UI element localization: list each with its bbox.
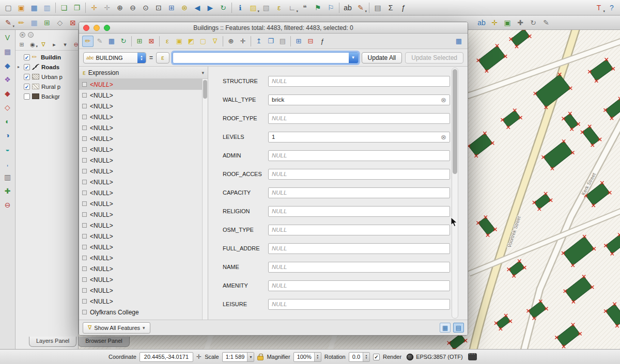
messages-icon[interactable] <box>468 353 477 360</box>
add-spatialite-layer-icon[interactable]: ❖ <box>2 73 14 86</box>
add-group-icon[interactable]: ⊞ <box>17 40 27 49</box>
scrollbar-thumb[interactable] <box>453 69 457 174</box>
magnifier-spin[interactable]: 100% ▲▼ <box>293 352 321 362</box>
composer-manager-icon[interactable]: ❐ <box>71 2 83 14</box>
collapse-all-icon[interactable]: ▾ <box>60 40 70 49</box>
layer-visibility-checkbox[interactable] <box>24 93 30 100</box>
label-highlight-icon[interactable]: ▣ <box>501 17 514 29</box>
lock-scale-icon[interactable] <box>257 356 264 360</box>
feature-list-item[interactable]: <NULL> <box>79 285 208 296</box>
labeling-icon[interactable]: ab <box>342 2 354 14</box>
field-input-structure[interactable]: NULL <box>268 76 450 87</box>
delete-selected-icon[interactable]: ⊠ <box>67 17 79 29</box>
expression-builder-button[interactable]: ε <box>156 52 169 64</box>
feature-list-item[interactable]: <NULL> <box>79 231 208 242</box>
field-input-roof_acces[interactable]: NULL <box>268 169 450 180</box>
rotate-label-icon[interactable]: ↻ <box>527 17 539 29</box>
update-all-button[interactable]: Update All <box>362 52 402 64</box>
feature-list-item[interactable]: <NULL> <box>79 274 208 285</box>
zoom-to-selection-icon[interactable]: ⊕ <box>225 36 237 47</box>
measure-icon[interactable]: ∟▾ <box>286 2 298 14</box>
add-feature-icon[interactable]: ⊞ <box>41 17 53 29</box>
multi-edit-icon[interactable]: ✎ <box>94 36 105 47</box>
node-tool-icon[interactable]: ◇ <box>54 17 66 29</box>
add-oracle-layer-icon[interactable]: ◇ <box>2 101 14 114</box>
add-wcs-layer-icon[interactable]: ◑ <box>2 129 14 141</box>
tab-browser-panel[interactable]: Browser Panel <box>78 337 130 347</box>
field-input-levels[interactable]: 1⊗ <box>268 132 450 143</box>
field-input-leisure[interactable]: NULL <box>268 299 450 310</box>
filter-legend-icon[interactable]: ∇ <box>38 40 49 49</box>
pan-to-selection-icon[interactable]: ✛ <box>101 2 113 14</box>
stepper-icon[interactable]: ▲▼ <box>363 353 369 361</box>
field-input-capacity[interactable]: NULL <box>268 187 450 198</box>
feature-list-item[interactable]: <NULL> <box>79 101 208 112</box>
add-vector-layer-icon[interactable]: V <box>2 31 14 44</box>
feature-list-item[interactable]: <NULL> <box>79 122 208 133</box>
add-virtual-layer-icon[interactable]: ▥ <box>2 171 14 183</box>
field-selector[interactable]: abc BUILDING ▲▼ <box>83 52 146 64</box>
remove-layer-icon[interactable]: ⊖ <box>2 199 14 211</box>
feature-list-item[interactable]: <NULL> <box>79 209 208 220</box>
feature-list-item[interactable]: <NULL> <box>79 177 208 187</box>
close-button[interactable] <box>83 25 89 31</box>
reload-table-icon[interactable]: ↻ <box>118 36 129 47</box>
coordinate-input[interactable]: 20.4455,-34.0171 <box>140 352 193 362</box>
delete-field-icon[interactable]: ⊟ <box>305 36 316 47</box>
add-mssql-layer-icon[interactable]: ◆ <box>2 87 14 100</box>
feature-list-item[interactable]: Olyfkrans College <box>79 307 208 318</box>
feature-list-item[interactable]: <NULL> <box>79 198 208 209</box>
feature-list-item[interactable]: <NULL> <box>79 90 208 101</box>
map-tips-icon[interactable]: ❝ <box>299 2 311 14</box>
toggle-editing-icon[interactable]: ✏ <box>15 17 27 29</box>
minimize-button[interactable] <box>94 25 100 31</box>
expression-dropdown-icon[interactable]: ▼ <box>349 53 358 63</box>
manage-visibility-icon[interactable]: ◉▾ <box>27 40 38 49</box>
new-shapefile-layer-icon[interactable]: ✚ <box>2 185 14 197</box>
chevron-down-icon[interactable]: ▼ <box>247 353 254 361</box>
dialog-titlebar[interactable]: Buildings :: Features total: 4483, filte… <box>79 22 468 34</box>
show-bookmarks-icon[interactable]: ⚐ <box>324 2 337 14</box>
stepper-icon[interactable]: ▲▼ <box>314 353 321 361</box>
open-project-icon[interactable]: ▣ <box>15 2 27 14</box>
new-print-composer-icon[interactable]: ❏ <box>58 2 70 14</box>
identify-features-icon[interactable]: ℹ <box>234 2 246 14</box>
layer-item-backgr[interactable]: Backgr <box>16 91 78 101</box>
help-icon[interactable]: ? <box>606 2 618 14</box>
layer-labeling-icon[interactable]: ab <box>475 17 488 29</box>
maximize-button[interactable] <box>104 25 110 31</box>
select-by-expression-icon[interactable]: ε <box>162 36 173 47</box>
layer-item-roads[interactable]: ▸✓Roads <box>16 62 78 72</box>
select-by-expression-icon[interactable]: ε <box>273 2 285 14</box>
paste-features-icon[interactable]: ▤ <box>277 36 288 47</box>
refresh-map-icon[interactable]: ↻ <box>217 2 229 14</box>
form-view-toggle[interactable]: ▤ <box>453 323 464 333</box>
feature-list-scrollbar[interactable] <box>202 79 208 320</box>
clear-field-icon[interactable]: ⊗ <box>441 134 446 140</box>
move-label-icon[interactable]: ✚ <box>514 17 526 29</box>
field-input-religion[interactable]: NULL <box>268 206 450 217</box>
zoom-last-icon[interactable]: ◀ <box>191 2 204 14</box>
text-annotation-icon[interactable]: T▾ <box>593 2 605 14</box>
select-features-icon[interactable]: ▨▾ <box>247 2 259 14</box>
expand-icon[interactable]: ▸ <box>18 65 22 69</box>
tab-layers-panel[interactable]: Layers Panel <box>29 337 76 347</box>
feature-list-mode-selector[interactable]: ε Expression ▾ <box>79 67 208 79</box>
field-input-full_addre[interactable]: NULL <box>268 243 450 254</box>
field-input-osm_type[interactable]: NULL <box>268 225 450 235</box>
delete-selected-features-icon[interactable]: ⊠ <box>146 36 157 47</box>
deselect-all-layers-icon[interactable]: ▧ <box>260 2 272 14</box>
feature-list-item[interactable]: <NULL> <box>79 187 208 198</box>
table-view-toggle[interactable]: ▦ <box>440 323 451 333</box>
label-pin-icon[interactable]: ✛ <box>488 17 501 29</box>
pan-map-icon[interactable]: ✛ <box>88 2 100 14</box>
conditional-formatting-icon[interactable]: ▦ <box>453 36 464 47</box>
field-input-admin[interactable]: NULL <box>268 150 450 161</box>
add-wfs-layer-icon[interactable]: ◒ <box>2 143 14 155</box>
expression-input[interactable]: ▼ <box>173 52 359 64</box>
save-project-icon[interactable]: ▦ <box>28 2 40 14</box>
feature-list-item[interactable]: <NULL> <box>79 242 208 252</box>
new-field-icon[interactable]: ⊞ <box>293 36 304 47</box>
mouse-position-icon[interactable]: ✛ <box>196 353 202 360</box>
feature-list-item[interactable]: <NULL> <box>79 133 208 144</box>
